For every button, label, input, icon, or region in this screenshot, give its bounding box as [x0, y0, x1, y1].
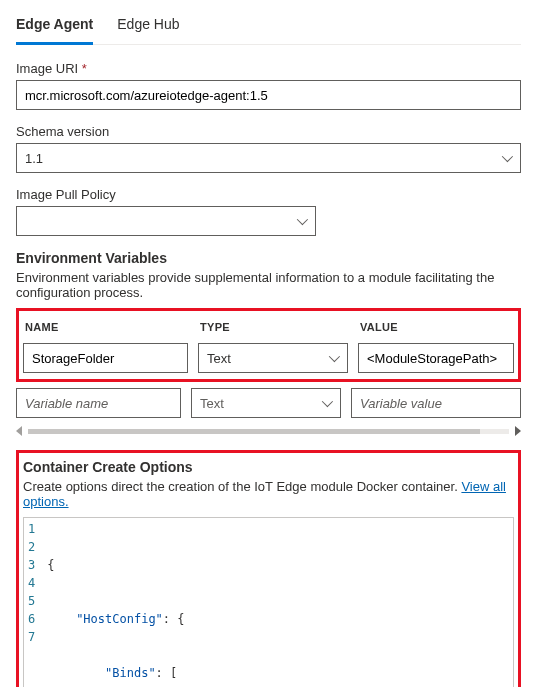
env-vars-desc: Environment variables provide supplement…	[16, 270, 521, 300]
schema-version-value: 1.1	[25, 151, 43, 166]
tabs: Edge Agent Edge Hub	[16, 8, 521, 45]
code-editor[interactable]: 1 2 3 4 5 6 7 { "HostConfig": { "Binds":…	[23, 517, 514, 687]
env-name-input[interactable]	[23, 343, 188, 373]
env-header-type: TYPE	[200, 321, 350, 333]
line-number: 7	[28, 628, 35, 646]
code-line: "HostConfig": {	[43, 610, 513, 628]
scroll-thumb[interactable]	[28, 429, 480, 434]
env-header-name: NAME	[25, 321, 190, 333]
env-vars-title: Environment Variables	[16, 250, 521, 266]
env-type-value-new: Text	[200, 396, 224, 411]
line-number: 1	[28, 520, 35, 538]
line-number: 2	[28, 538, 35, 556]
container-create-desc: Create options direct the creation of th…	[23, 479, 514, 509]
code-line: {	[43, 556, 513, 574]
scroll-left-icon[interactable]	[16, 426, 22, 436]
code-body[interactable]: { "HostConfig": { "Binds": [ "<HostStora…	[43, 518, 513, 687]
field-schema-version: Schema version 1.1	[16, 124, 521, 173]
env-name-input-new[interactable]	[16, 388, 181, 418]
scroll-right-icon[interactable]	[515, 426, 521, 436]
schema-version-label: Schema version	[16, 124, 521, 139]
required-indicator: *	[82, 61, 87, 76]
env-type-value: Text	[207, 351, 231, 366]
env-row: Text	[23, 343, 514, 373]
highlight-container-create: Container Create Options Create options …	[16, 450, 521, 687]
image-uri-input[interactable]	[16, 80, 521, 110]
chevron-down-icon	[329, 351, 340, 362]
env-value-input-new[interactable]	[351, 388, 521, 418]
line-number: 5	[28, 592, 35, 610]
line-number: 6	[28, 610, 35, 628]
code-gutter: 1 2 3 4 5 6 7	[24, 518, 43, 687]
tab-edge-agent[interactable]: Edge Agent	[16, 8, 93, 45]
env-row-placeholder: Text	[16, 388, 521, 418]
chevron-down-icon	[297, 214, 308, 225]
tab-edge-hub[interactable]: Edge Hub	[117, 8, 179, 45]
env-value-input[interactable]	[358, 343, 514, 373]
env-type-select[interactable]: Text	[198, 343, 348, 373]
line-number: 3	[28, 556, 35, 574]
environment-variables-section: Environment Variables Environment variab…	[16, 250, 521, 436]
scroll-track[interactable]	[28, 429, 509, 434]
code-line: "Binds": [	[43, 664, 513, 682]
horizontal-scrollbar[interactable]	[16, 426, 521, 436]
image-pull-policy-label: Image Pull Policy	[16, 187, 521, 202]
container-create-desc-text: Create options direct the creation of th…	[23, 479, 461, 494]
field-image-uri: Image URI *	[16, 61, 521, 110]
env-header-value: VALUE	[360, 321, 512, 333]
image-uri-label-text: Image URI	[16, 61, 78, 76]
image-uri-label: Image URI *	[16, 61, 521, 76]
schema-version-select[interactable]: 1.1	[16, 143, 521, 173]
container-create-title: Container Create Options	[23, 459, 514, 475]
chevron-down-icon	[322, 396, 333, 407]
env-header-row: NAME TYPE VALUE	[23, 317, 514, 339]
image-pull-policy-select[interactable]	[16, 206, 316, 236]
chevron-down-icon	[502, 151, 513, 162]
line-number: 4	[28, 574, 35, 592]
env-type-select-new[interactable]: Text	[191, 388, 341, 418]
highlight-env-row: NAME TYPE VALUE Text	[16, 308, 521, 382]
field-image-pull-policy: Image Pull Policy	[16, 187, 521, 236]
